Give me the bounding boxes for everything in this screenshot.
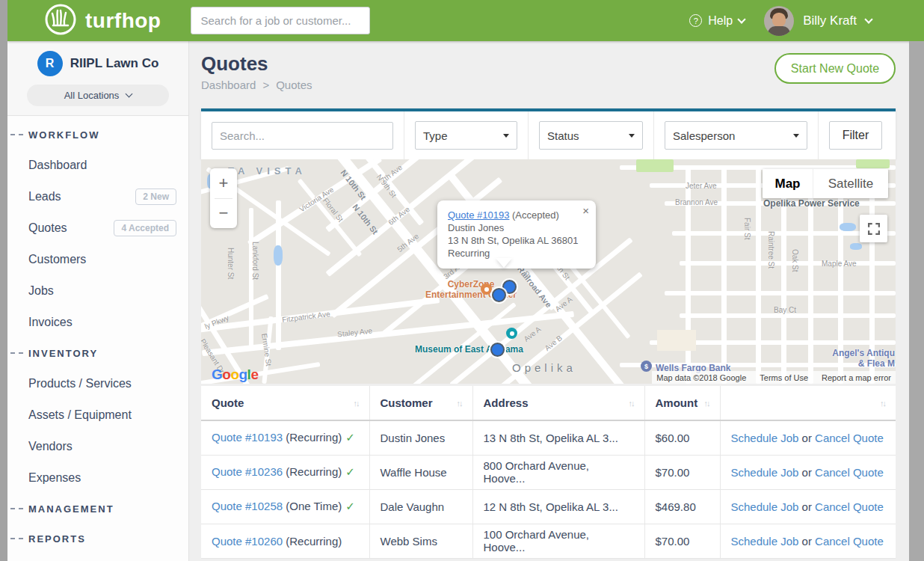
schedule-job-link[interactable]: Schedule Job <box>731 466 799 479</box>
salesperson-select[interactable]: Salesperson <box>665 121 807 150</box>
quote-type: (Recurring) <box>283 535 342 548</box>
google-logo[interactable]: Google <box>212 367 258 383</box>
info-window-type: Recurring <box>448 247 585 260</box>
road <box>756 167 761 384</box>
action-separator: or <box>802 500 812 513</box>
sidebar-item-leads[interactable]: Leads 2 New <box>7 181 188 212</box>
schedule-job-link[interactable]: Schedule Job <box>731 535 799 548</box>
quote-type: (One Time) <box>283 500 342 512</box>
sort-icon[interactable]: ↑↓ <box>354 399 359 408</box>
sidebar-item-customers[interactable]: Customers <box>7 244 188 275</box>
report-map-error-link[interactable]: Report a map error <box>822 373 891 382</box>
sidebar: R RIIPL Lawn Co All Locations WORKFLOW D… <box>7 41 189 561</box>
action-separator: or <box>802 432 812 444</box>
type-select[interactable]: Type <box>415 121 517 150</box>
street-label: Brannon Ave <box>675 198 718 206</box>
schedule-job-link[interactable]: Schedule Job <box>731 500 799 513</box>
street-label: Maple Ave <box>822 260 857 268</box>
restaurant-poi-icon <box>481 283 492 295</box>
street-label: Fitzpatrick Ave <box>282 310 331 324</box>
street-label: Fair St <box>743 218 751 239</box>
main-content: Quotes Dashboard > Quotes Start New Quot… <box>189 41 909 561</box>
street-label: Bay Ct <box>774 306 796 314</box>
amount-cell: $70.00 <box>644 455 720 489</box>
sidebar-item-expenses[interactable]: Expenses <box>7 462 188 494</box>
quote-link[interactable]: Quote #10258 <box>212 500 283 512</box>
quote-type: (Recurring) <box>283 465 342 478</box>
user-menu[interactable]: Billy Kraft <box>764 6 872 36</box>
nav-section-inventory: INVENTORY <box>7 338 188 368</box>
help-question-icon: ? <box>689 14 702 27</box>
schedule-job-link[interactable]: Schedule Job <box>731 432 799 444</box>
map-attribution: Map data ©2018 Google Terms of Use Repor… <box>652 371 896 384</box>
sidebar-item-vendors[interactable]: Vendors <box>7 431 188 462</box>
map-canvas[interactable]: TA VISTA N 10th St N 10th St N 9th St 7t… <box>201 159 896 384</box>
leads-count-badge: 2 New <box>135 188 176 205</box>
water-patch <box>840 223 856 231</box>
column-header-actions[interactable]: ↑↓ <box>720 386 896 420</box>
sidebar-item-dashboard[interactable]: Dashboard <box>7 150 188 181</box>
poi-angels-antiques: Angel's Antiqu & Flea M <box>822 348 895 369</box>
quote-map-marker[interactable] <box>492 288 506 302</box>
nav-section-reports[interactable]: REPORTS <box>7 524 188 554</box>
fullscreen-button[interactable] <box>860 215 887 242</box>
breadcrumb-dashboard[interactable]: Dashboard <box>201 79 256 91</box>
customer-cell: Dale Vaughn <box>369 489 472 524</box>
app-logo[interactable]: turfhop <box>43 2 161 40</box>
quotes-table: Quote↑↓ Customer↑↓ Address↑↓ Amount↑↓ ↑↓… <box>201 386 896 559</box>
status-select[interactable]: Status <box>539 121 643 150</box>
action-separator: or <box>802 535 812 548</box>
close-icon[interactable]: × <box>582 206 589 216</box>
amount-cell: $469.80 <box>644 489 720 524</box>
quote-link[interactable]: Quote #10193 <box>212 431 283 444</box>
section-dash-icon <box>10 352 23 354</box>
table-row: Quote #10236 (Recurring)✓ Waffle House 8… <box>201 455 896 489</box>
cancel-quote-link[interactable]: Cancel Quote <box>815 466 884 479</box>
column-header-quote[interactable]: Quote↑↓ <box>201 386 369 420</box>
address-cell: 13 N 8th St, Opelika AL 3... <box>472 420 644 455</box>
sidebar-item-assets-equipment[interactable]: Assets / Equipment <box>7 399 188 431</box>
sidebar-item-quotes[interactable]: Quotes 4 Accepted <box>7 212 188 244</box>
satellite-view-button[interactable]: Satellite <box>813 169 888 198</box>
quote-link[interactable]: Quote #10236 <box>212 465 283 478</box>
window-scrollbar[interactable] <box>909 41 924 561</box>
map-info-window: × Quote #10193 (Accepted) Dustin Jones 1… <box>437 200 596 269</box>
amount-cell: $70.00 <box>644 524 720 558</box>
section-dash-icon <box>10 538 23 539</box>
info-window-quote-link[interactable]: Quote #10193 <box>448 209 509 221</box>
sidebar-item-invoices[interactable]: Invoices <box>7 307 188 338</box>
sort-icon[interactable]: ↑↓ <box>629 399 634 408</box>
help-menu[interactable]: ? Help <box>689 14 745 28</box>
help-label: Help <box>708 14 733 28</box>
sort-icon[interactable]: ↑↓ <box>457 399 462 408</box>
company-name: RIIPL Lawn Co <box>70 56 159 71</box>
map-type-toggle: Map Satellite <box>763 169 888 198</box>
nav-section-management[interactable]: MANAGEMENT <box>7 494 188 524</box>
column-header-address[interactable]: Address↑↓ <box>472 386 644 420</box>
cancel-quote-link[interactable]: Cancel Quote <box>815 432 884 444</box>
filter-button[interactable]: Filter <box>829 121 882 150</box>
zoom-out-button[interactable]: − <box>210 199 237 229</box>
chevron-down-icon <box>126 91 133 98</box>
table-row: Quote #10193 (Recurring)✓ Dustin Jones 1… <box>201 420 896 455</box>
street-label: Raintree St <box>767 231 775 269</box>
map-view-button[interactable]: Map <box>763 169 813 198</box>
quotes-search-input[interactable] <box>212 122 393 150</box>
sidebar-item-jobs[interactable]: Jobs <box>7 275 188 307</box>
column-header-amount[interactable]: Amount↑↓ <box>644 386 720 420</box>
sort-icon[interactable]: ↑↓ <box>704 399 709 408</box>
sidebar-item-products-services[interactable]: Products / Services <box>7 368 188 399</box>
quote-map-marker[interactable] <box>490 343 505 357</box>
quote-link[interactable]: Quote #10260 <box>212 535 283 548</box>
table-row: Quote #10260 (Recurring) Webb Sims 100 O… <box>201 524 896 558</box>
global-search-input[interactable] <box>191 7 370 34</box>
zoom-in-button[interactable]: + <box>210 168 237 198</box>
cancel-quote-link[interactable]: Cancel Quote <box>815 500 884 513</box>
location-selector[interactable]: All Locations <box>27 85 169 106</box>
terms-of-use-link[interactable]: Terms of Use <box>760 373 808 382</box>
cancel-quote-link[interactable]: Cancel Quote <box>815 535 884 548</box>
window-edge-left <box>0 0 7 561</box>
sort-icon[interactable]: ↑↓ <box>880 399 885 408</box>
start-new-quote-button[interactable]: Start New Quote <box>774 53 896 84</box>
column-header-customer[interactable]: Customer↑↓ <box>369 386 472 420</box>
